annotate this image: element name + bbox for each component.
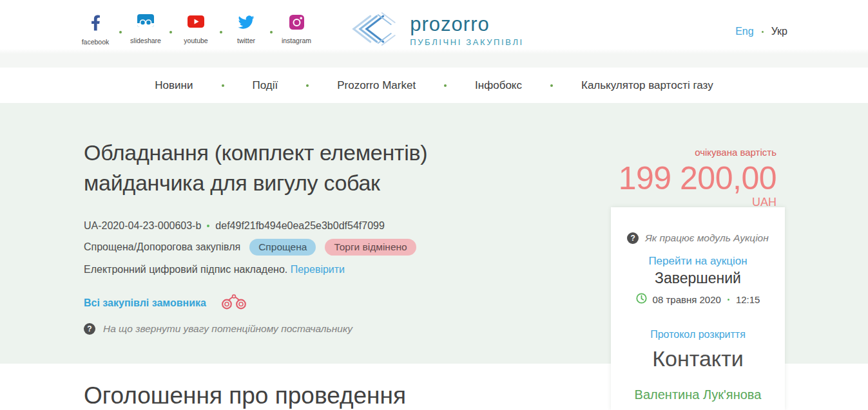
signature-line: Електронний цифровий підпис накладено. П…: [84, 264, 522, 275]
auction-time: 12:15: [736, 294, 760, 305]
social-slideshare-link[interactable]: slideshare: [125, 14, 166, 44]
expected-value-amount: 199 200,00: [619, 162, 776, 196]
purchases-line: Всі закупівлі замовника: [84, 294, 522, 312]
badge-simplified: Спрощена: [249, 239, 316, 256]
nav-item-events[interactable]: Події: [253, 79, 278, 92]
logo-title: prozorro: [410, 14, 523, 34]
contacts-heading: Контакти: [611, 346, 785, 371]
nav-item-prozorro-market[interactable]: Prozorro Market: [337, 79, 416, 92]
social-label: youtube: [175, 37, 217, 44]
lang-ukr-current[interactable]: Укр: [771, 26, 787, 37]
expected-value-block: очікувана вартість 199 200,00 UAH: [619, 147, 776, 209]
social-youtube-link[interactable]: youtube: [175, 14, 217, 44]
tender-summary: Обладнання (комплект елементів) майданчи…: [84, 138, 522, 335]
social-instagram-link[interactable]: instagram: [276, 14, 317, 44]
nav-item-news[interactable]: Новини: [155, 79, 193, 92]
separator-dot-icon: [444, 84, 447, 87]
separator-dot-icon: [119, 31, 122, 33]
question-icon: ?: [84, 323, 95, 335]
all-purchases-link[interactable]: Всі закупівлі замовника: [84, 297, 206, 309]
nav-item-gas-calculator[interactable]: Калькулятор вартості газу: [581, 79, 713, 92]
nav-item-infobox[interactable]: Інфобокс: [475, 79, 522, 92]
auction-date-line: 08 травня 2020 12:15: [611, 293, 785, 306]
prozorro-logo[interactable]: prozorro ПУБЛІЧНІ ЗАКУПІВЛІ: [344, 10, 523, 50]
announcement-heading: Оголошення про проведення: [84, 382, 406, 409]
social-facebook-link[interactable]: facebook: [75, 14, 116, 46]
tender-hash: def49f21fb494e0ea25e3b0df54f7099: [215, 220, 384, 232]
prozorro-logo-icon: [344, 10, 401, 50]
logo-text: prozorro ПУБЛІЧНІ ЗАКУПІВЛІ: [410, 14, 523, 47]
signature-text: Електронний цифровий підпис накладено.: [84, 264, 287, 275]
procedure-line: Спрощена/Допорогова закупівля Спрощена Т…: [84, 239, 522, 256]
lang-eng-link[interactable]: Eng: [735, 26, 753, 37]
language-switcher: Eng Укр: [735, 26, 787, 37]
logo-subtitle: ПУБЛІЧНІ ЗАКУПІВЛІ: [410, 37, 523, 47]
supplier-hint-text: На що звернути увагу потенційному постач…: [103, 323, 352, 335]
clock-icon: [636, 293, 647, 306]
auction-date: 08 травня 2020: [653, 294, 721, 305]
instagram-icon: [289, 14, 305, 32]
auction-card: ? Як працює модуль Аукціон Перейти на ау…: [611, 207, 785, 410]
social-label: slideshare: [125, 37, 166, 44]
separator-dot-icon: [169, 31, 172, 33]
social-label: twitter: [226, 37, 267, 44]
how-auction-works-line[interactable]: ? Як працює модуль Аукціон: [611, 232, 785, 244]
social-label: facebook: [75, 38, 116, 46]
separator-dot-icon: [550, 84, 553, 87]
tender-title: Обладнання (комплект елементів) майданчи…: [84, 138, 496, 198]
contact-name-link[interactable]: Валентина Лук'янова: [611, 387, 785, 402]
main-nav: Новини Події Prozorro Market Інфобокс Ка…: [0, 68, 868, 103]
top-header: facebook slideshare youtube: [0, 0, 868, 68]
how-auction-works-text: Як працює модуль Аукціон: [645, 232, 769, 244]
separator-dot-icon: [306, 84, 309, 87]
tender-id-line: UA-2020-04-23-000603-b def49f21fb494e0ea…: [84, 220, 522, 232]
question-icon: ?: [627, 232, 639, 244]
tender-id: UA-2020-04-23-000603-b: [84, 220, 201, 232]
social-twitter-link[interactable]: twitter: [226, 14, 267, 44]
youtube-icon: [187, 14, 205, 32]
expected-value-label: очікувана вартість: [619, 147, 776, 158]
separator-dot-icon: [222, 84, 224, 87]
slideshare-icon: [137, 14, 155, 32]
separator-dot-icon: [728, 299, 729, 301]
facebook-icon: [91, 14, 101, 32]
verify-signature-link[interactable]: Перевірити: [291, 264, 345, 275]
separator-dot-icon: [762, 31, 764, 33]
social-links: facebook slideshare youtube: [75, 14, 317, 46]
procedure-type: Спрощена/Допорогова закупівля: [84, 241, 240, 253]
page: facebook slideshare youtube: [0, 0, 868, 410]
supplier-hint-line[interactable]: ? На що звернути увагу потенційному пост…: [84, 323, 522, 335]
separator-dot-icon: [270, 31, 273, 33]
auction-status: Завершений: [611, 270, 785, 287]
binoculars-icon[interactable]: [220, 294, 247, 312]
twitter-icon: [238, 14, 255, 32]
go-to-auction-link[interactable]: Перейти на аукціон: [611, 255, 785, 268]
social-label: instagram: [276, 37, 317, 44]
badge-cancelled: Торги відмінено: [325, 239, 416, 256]
disclosure-protocol-link[interactable]: Протокол розкриття: [611, 329, 785, 340]
separator-dot-icon: [207, 225, 209, 227]
separator-dot-icon: [220, 31, 222, 33]
